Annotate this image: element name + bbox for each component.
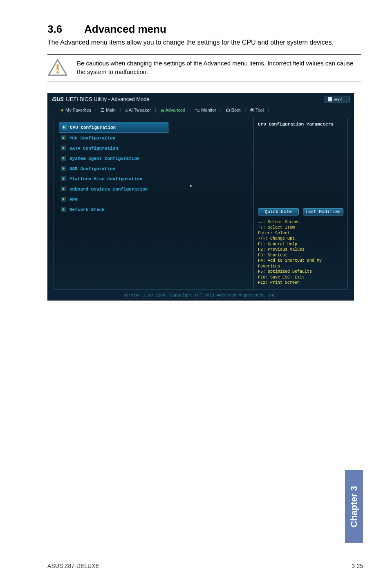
caution-block: Be cautious when changing the settings o… — [47, 54, 361, 81]
chevron-right-icon — [61, 156, 66, 161]
menu-cpu-configuration[interactable]: CPU Configuration — [59, 122, 168, 133]
chevron-right-icon — [61, 186, 66, 191]
menu-usb-configuration[interactable]: USB Configuration — [54, 164, 253, 174]
page-footer: ASUS Z87-DELUXE 3-25 — [47, 560, 363, 569]
asus-logo: /SUS — [52, 96, 63, 102]
tab-main[interactable]: ☰ Main — [101, 108, 116, 113]
tab-advanced[interactable]: ▤ Advanced — [160, 108, 185, 113]
exit-label: Exit — [334, 97, 342, 102]
exit-button[interactable]: Exit — [325, 96, 350, 103]
caution-icon — [47, 59, 68, 77]
tab-boot[interactable]: ⏻ Boot — [226, 108, 241, 112]
footer-product: ASUS Z87-DELUXE — [47, 563, 99, 569]
chevron-right-icon — [62, 125, 67, 130]
section-heading: 3.6Advanced menu — [47, 23, 361, 36]
bios-version-footer: Version 2.10.1208. Copyright (C) 2013 Am… — [48, 293, 354, 298]
menu-platform-misc-configuration[interactable]: Platform Misc Configuration — [54, 174, 253, 184]
intro-paragraph: The Advanced menu items allow you to cha… — [47, 38, 361, 47]
tab-my-favorites[interactable]: ★ My Favorites — [60, 108, 91, 113]
menu-network-stack[interactable]: Network Stack — [54, 204, 253, 215]
bios-menu-list: CPU Configuration PCH Configuration SATA… — [54, 118, 253, 289]
tab-ai-tweaker[interactable]: ⌂ Ai Tweaker — [125, 108, 151, 112]
caution-text: Be cautious when changing the settings o… — [77, 59, 361, 76]
menu-onboard-devices-configuration[interactable]: Onboard Devices Configuration — [54, 184, 253, 194]
svg-rect-0 — [56, 64, 58, 70]
bios-window-title: UEFI BIOS Utility - Advanced Mode — [66, 96, 149, 102]
menu-apm[interactable]: APM — [54, 194, 253, 204]
chevron-right-icon — [61, 146, 66, 150]
quick-note-button[interactable]: Quick Note — [258, 208, 299, 215]
bios-screenshot: /SUS UEFI BIOS Utility - Advanced Mode E… — [47, 93, 354, 301]
bios-tab-bar: ★ My Favorites| ☰ Main| ⌂ Ai Tweaker| ▤ … — [54, 105, 348, 115]
footer-page-number: 3-25 — [352, 563, 363, 569]
mouse-cursor-icon: ➤ — [190, 183, 193, 189]
chapter-side-tab: Chapter 3 — [345, 470, 363, 543]
tab-monitor[interactable]: ⌥ Monitor — [195, 108, 216, 113]
chevron-right-icon — [61, 166, 66, 171]
menu-system-agent-configuration[interactable]: System Agent Configuration — [54, 153, 253, 164]
section-number: 3.6 — [47, 23, 84, 36]
chevron-right-icon — [61, 197, 66, 202]
exit-icon — [328, 97, 332, 101]
chevron-right-icon — [61, 176, 66, 181]
bios-titlebar: /SUS UEFI BIOS Utility - Advanced Mode E… — [48, 93, 354, 105]
svg-point-1 — [56, 71, 59, 74]
menu-sata-configuration[interactable]: SATA Configuration — [54, 143, 253, 153]
help-key-list: →←: Select Screen ↑↓: Select Item Enter:… — [258, 220, 343, 286]
menu-pch-configuration[interactable]: PCH Configuration — [54, 133, 253, 143]
right-panel-title: CPU Configuration Parameters — [258, 122, 343, 127]
last-modified-button[interactable]: Last Modified — [303, 208, 344, 215]
tab-tool[interactable]: 🛠 Tool — [250, 108, 264, 112]
star-icon: ★ — [60, 108, 64, 112]
section-title-text: Advanced menu — [84, 23, 166, 35]
chevron-right-icon — [61, 207, 66, 212]
chevron-right-icon — [61, 135, 66, 140]
bios-right-panel: CPU Configuration Parameters Quick Note … — [253, 118, 347, 289]
